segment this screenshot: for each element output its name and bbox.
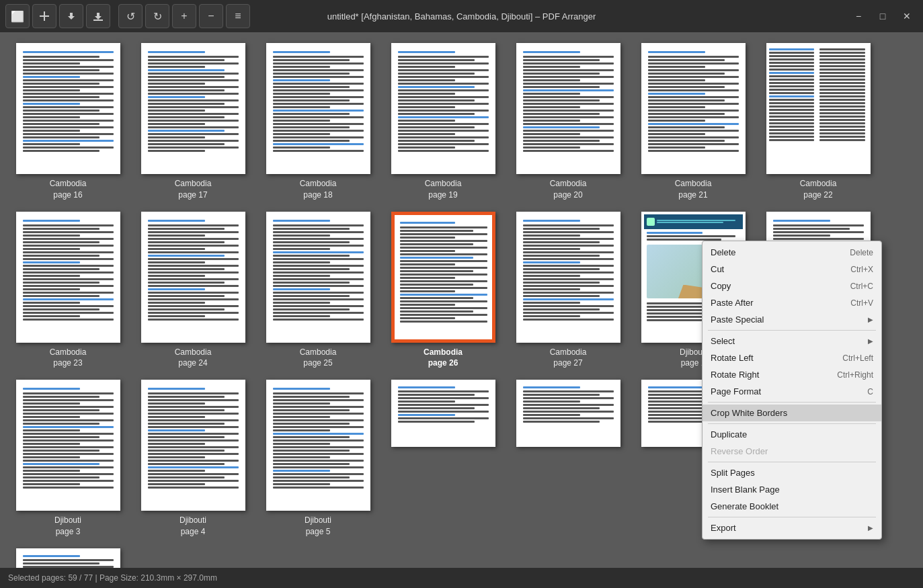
page-label: Djiboutipage 4 xyxy=(179,515,206,538)
menu-item-insert-blank-page-label: Insert Blank Page xyxy=(711,485,873,495)
list-item[interactable]: Djiboutipage 3 xyxy=(11,380,125,538)
save-button[interactable] xyxy=(59,4,83,28)
list-item[interactable]: Cambodiapage 16 xyxy=(11,43,125,201)
menu-item-generate-booklet[interactable]: Generate Booklet xyxy=(703,498,881,515)
list-item[interactable]: Cambodiapage 18 xyxy=(261,43,375,201)
menu-item-generate-booklet-label: Generate Booklet xyxy=(711,501,873,511)
menu-item-duplicate-label: Duplicate xyxy=(711,429,873,439)
page-thumbnail[interactable] xyxy=(266,43,370,174)
page-label: Cambodiapage 19 xyxy=(425,178,462,201)
context-menu: Delete Delete Cut Ctrl+X Copy Ctrl+C Pas… xyxy=(702,241,882,540)
zoom-out-button[interactable]: − xyxy=(199,4,223,28)
page-label: Cambodiapage 17 xyxy=(175,178,212,201)
page-thumbnail[interactable] xyxy=(16,380,120,511)
close-button[interactable]: ✕ xyxy=(896,7,918,26)
menu-separator-1 xyxy=(708,330,876,331)
page-thumbnail[interactable] xyxy=(266,380,370,511)
list-item[interactable]: Cambodiapage 21 xyxy=(636,43,750,201)
svg-rect-2 xyxy=(93,19,103,21)
menu-item-export-label: Export xyxy=(711,523,868,533)
page-thumbnail-selected[interactable] xyxy=(391,212,495,343)
submenu-arrow-icon: ▶ xyxy=(868,316,873,323)
menu-item-paste-after[interactable]: Paste After Ctrl+V xyxy=(703,294,881,311)
page-thumbnail[interactable] xyxy=(16,548,120,568)
menu-item-paste-special-label: Paste Special xyxy=(711,314,868,325)
list-item[interactable]: Cambodiapage 23 xyxy=(11,212,125,370)
menu-button[interactable]: ≡ xyxy=(226,4,250,28)
page-thumbnail[interactable] xyxy=(266,212,370,343)
menu-item-rotate-right-shortcut: Ctrl+Right xyxy=(837,370,873,380)
list-item[interactable]: Cambodiapage 26 xyxy=(386,212,500,370)
menu-item-cut[interactable]: Cut Ctrl+X xyxy=(703,261,881,278)
list-item[interactable] xyxy=(386,380,500,538)
menu-item-rotate-right-label: Rotate Right xyxy=(711,370,826,380)
page-label: Cambodiapage 23 xyxy=(50,347,87,370)
add-pages-button[interactable] xyxy=(32,4,56,28)
menu-item-select[interactable]: Select ▶ xyxy=(703,333,881,349)
minimize-button[interactable]: − xyxy=(848,7,869,26)
window-title: untitled* [Afghanistan, Bahamas, Cambodi… xyxy=(327,11,596,22)
menu-item-crop-white-borders[interactable]: Crop White Borders xyxy=(703,405,881,421)
page-thumbnail[interactable] xyxy=(391,43,495,174)
menu-item-copy[interactable]: Copy Ctrl+C xyxy=(703,278,881,294)
list-item[interactable]: Djiboutipage 5 xyxy=(261,380,375,538)
menu-item-page-format-label: Page Format xyxy=(711,386,856,396)
page-thumbnail[interactable] xyxy=(16,43,120,174)
menu-item-copy-shortcut: Ctrl+C xyxy=(850,282,873,291)
rotate-right-button[interactable]: ↻ xyxy=(145,4,169,28)
menu-item-rotate-right[interactable]: Rotate Right Ctrl+Right xyxy=(703,366,881,383)
page-thumbnail[interactable] xyxy=(141,43,245,174)
page-label: Cambodiapage 20 xyxy=(550,178,587,201)
submenu-arrow-icon-export: ▶ xyxy=(868,524,873,532)
list-item[interactable]: Cambodiapage 27 xyxy=(511,212,625,370)
menu-item-reverse-order: Reverse Order xyxy=(703,443,881,460)
menu-item-duplicate[interactable]: Duplicate xyxy=(703,426,881,443)
menu-item-insert-blank-page[interactable]: Insert Blank Page xyxy=(703,481,881,498)
page-thumbnail[interactable] xyxy=(766,43,871,174)
list-item[interactable] xyxy=(511,380,625,538)
list-item[interactable]: Cambodiapage 22 xyxy=(761,43,875,201)
statusbar: Selected pages: 59 / 77 | Page Size: 210… xyxy=(0,568,923,588)
page-thumbnail[interactable] xyxy=(516,43,620,174)
menu-item-paste-special[interactable]: Paste Special ▶ xyxy=(703,311,881,328)
page-label: Cambodiapage 25 xyxy=(300,347,337,370)
menu-item-cut-label: Cut xyxy=(711,264,840,274)
page-thumbnail[interactable] xyxy=(641,43,746,174)
page-thumbnail[interactable] xyxy=(141,212,245,343)
list-item[interactable]: Cambodiapage 17 xyxy=(136,43,250,201)
page-thumbnail[interactable] xyxy=(141,380,245,511)
page-label: Cambodiapage 21 xyxy=(675,178,712,201)
new-document-button[interactable]: ⬜ xyxy=(5,4,30,28)
menu-separator-3 xyxy=(708,423,876,424)
page-label: Cambodiapage 24 xyxy=(175,347,212,370)
menu-item-delete-label: Delete xyxy=(711,247,839,257)
svg-rect-1 xyxy=(44,11,45,21)
page-thumbnail[interactable] xyxy=(391,380,495,447)
page-thumbnail[interactable] xyxy=(16,212,120,343)
menu-item-split-pages[interactable]: Split Pages xyxy=(703,464,881,481)
list-item[interactable]: Cambodiapage 25 xyxy=(261,212,375,370)
menu-item-page-format[interactable]: Page Format C xyxy=(703,383,881,400)
menu-item-paste-after-shortcut: Ctrl+V xyxy=(850,298,873,308)
list-item[interactable]: Cambodiapage 19 xyxy=(386,43,500,201)
list-item[interactable]: Djiboutipage 4 xyxy=(136,380,250,538)
page-thumbnail[interactable] xyxy=(516,212,620,343)
rotate-left-button[interactable]: ↺ xyxy=(118,4,143,28)
list-item[interactable]: Cambodiapage 20 xyxy=(511,43,625,201)
page-label: Djiboutipage 5 xyxy=(305,515,331,538)
page-label: Djiboutipage 3 xyxy=(54,515,81,538)
export-button[interactable] xyxy=(86,4,110,28)
page-label: Cambodiapage 22 xyxy=(800,178,837,201)
menu-item-rotate-left[interactable]: Rotate Left Ctrl+Left xyxy=(703,349,881,366)
menu-separator-4 xyxy=(708,462,876,462)
menu-item-export[interactable]: Export ▶ xyxy=(703,519,881,536)
menu-item-delete-shortcut: Delete xyxy=(850,248,873,257)
zoom-in-button[interactable]: + xyxy=(172,4,196,28)
menu-item-rotate-left-shortcut: Ctrl+Left xyxy=(842,353,873,363)
list-item[interactable]: Cambodiapage 24 xyxy=(136,212,250,370)
page-thumbnail[interactable] xyxy=(516,380,620,447)
list-item[interactable] xyxy=(11,548,125,568)
menu-item-reverse-order-label: Reverse Order xyxy=(711,446,873,456)
menu-item-delete[interactable]: Delete Delete xyxy=(703,244,881,261)
maximize-button[interactable]: □ xyxy=(872,7,893,26)
